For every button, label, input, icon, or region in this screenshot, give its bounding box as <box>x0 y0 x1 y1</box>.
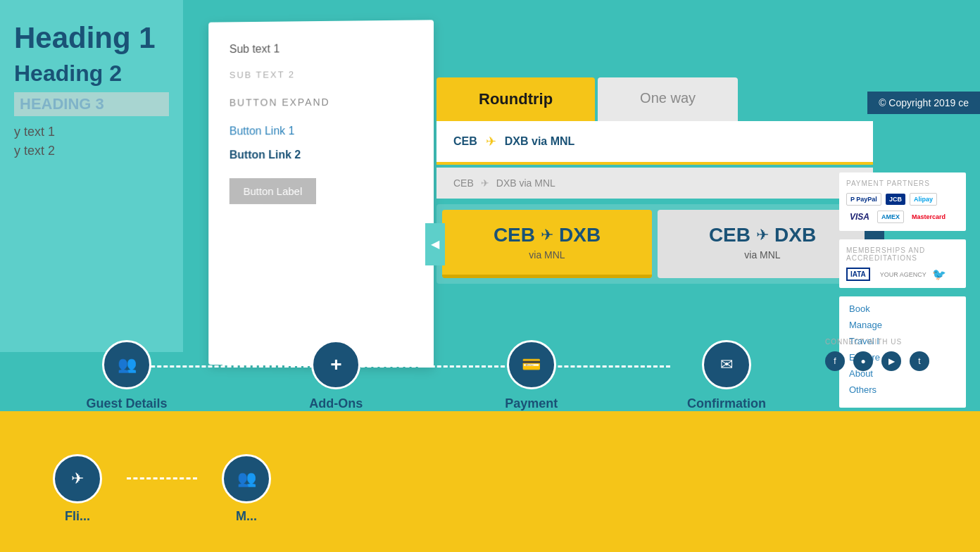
heading1: Heading 1 <box>14 21 169 55</box>
step-guest-bottom: 👥 M... <box>197 454 296 524</box>
sub-text1: Sub text 1 <box>230 42 413 56</box>
left-panel: Heading 1 Heading 2 HEADING 3 y text 1 y… <box>0 0 183 352</box>
button-expand-label: BUTTON EXPAND <box>230 96 413 108</box>
addons-circle: + <box>311 340 360 389</box>
card1-from: CEB <box>494 224 535 246</box>
nav-others[interactable]: Others <box>849 384 956 395</box>
memberships-section: MEMBERSHIPS AND ACCREDITATIONS IATA YOUR… <box>839 239 966 288</box>
confirmation-label: Confirmation <box>687 396 766 411</box>
slider-left-arrow[interactable]: ◀ <box>425 223 445 265</box>
bottom-dashed-line <box>127 477 197 479</box>
nav-book[interactable]: Book <box>849 303 956 314</box>
card1-to: DXB <box>559 224 601 246</box>
payment-label: Payment <box>505 396 558 411</box>
step-flight: ✈ Fli... <box>28 454 127 524</box>
guest-details-circle: 👥 <box>102 340 151 389</box>
heading3: HEADING 3 <box>14 92 169 116</box>
nav-manage[interactable]: Manage <box>849 320 956 330</box>
flight-card-1[interactable]: CEB ✈ DXB via MNL <box>442 210 652 278</box>
bottom-stepper: ✈ Fli... 👥 M... <box>28 454 296 524</box>
primary-to-via: DXB via MNL <box>505 135 575 148</box>
youtube-icon[interactable]: ▶ <box>881 351 901 371</box>
payment-partners-section: PAYMENT PARTNERS P PayPal JCB Alipay VIS… <box>839 172 966 231</box>
button-label[interactable]: Button Label <box>230 178 316 204</box>
social-icons-row: f ● ▶ t <box>825 351 952 371</box>
flight-panel: Roundtrip One way CEB ✈ DXB via MNL CEB … <box>436 77 873 284</box>
flight-label: Fli... <box>65 509 90 524</box>
plane-icon-secondary: ✈ <box>481 177 489 189</box>
card1-plane-icon: ✈ <box>541 226 553 244</box>
card2-from: CEB <box>709 224 750 246</box>
secondary-route-bar: CEB ✈ DXB via MNL <box>436 168 873 199</box>
visa-logo: VISA <box>846 210 873 224</box>
card2-plane-icon: ✈ <box>756 226 769 244</box>
flight-card-container: ◀ CEB ✈ DXB via MNL CEB ✈ DXB via MNL ▶ <box>436 204 873 284</box>
mastercard-logo: Mastercard <box>908 211 949 222</box>
white-card: Sub text 1 SUB TEXT 2 BUTTON EXPAND Butt… <box>208 20 434 367</box>
your-agency-logo: YOUR AGENCY <box>880 271 926 278</box>
guest-details-label: Guest Details <box>86 396 167 411</box>
heading2: Heading 2 <box>14 61 169 87</box>
bird-icon: 🐦 <box>932 268 946 281</box>
amex-logo: AMEX <box>877 211 904 223</box>
flight-circle: ✈ <box>53 454 102 503</box>
secondary-from: CEB <box>453 177 474 189</box>
guest-label-bottom: M... <box>236 509 257 524</box>
card1-via: via MNL <box>462 249 632 261</box>
guest-circle-bottom: 👥 <box>222 454 271 503</box>
iata-logo: IATA <box>846 268 870 281</box>
connect-title: CONNECT WITH US <box>825 338 952 346</box>
addons-label: Add-Ons <box>309 396 363 411</box>
primary-from: CEB <box>453 135 477 148</box>
alipay-logo: Alipay <box>910 193 937 206</box>
plane-icon-primary: ✈ <box>486 134 496 149</box>
secondary-to-via: DXB via MNL <box>496 177 555 189</box>
tab-oneway[interactable]: One way <box>598 77 738 121</box>
flight-card-2[interactable]: CEB ✈ DXB via MNL <box>658 210 867 278</box>
button-link2[interactable]: Button Link 2 <box>230 149 413 162</box>
trip-tabs: Roundtrip One way <box>436 77 873 121</box>
card2-route: CEB ✈ DXB <box>677 224 848 246</box>
jcb-logo: JCB <box>886 194 905 205</box>
sub-text2: SUB TEXT 2 <box>230 68 413 80</box>
primary-route-bar: CEB ✈ DXB via MNL <box>436 121 873 165</box>
step-confirmation: ✉ Confirmation <box>670 340 783 411</box>
step-addons: + Add-Ons <box>279 340 392 411</box>
stepper-row: 👥 Guest Details + Add-Ons 💳 Payment ✉ Co… <box>56 340 783 411</box>
tab-roundtrip[interactable]: Roundtrip <box>436 77 595 121</box>
step-payment: 💳 Payment <box>475 340 588 411</box>
instagram-icon[interactable]: ● <box>853 351 873 371</box>
connect-section: CONNECT WITH US f ● ▶ t <box>825 338 952 371</box>
memberships-title: MEMBERSHIPS AND ACCREDITATIONS <box>846 246 959 262</box>
card2-to: DXB <box>774 224 816 246</box>
right-sidebar: PAYMENT PARTNERS P PayPal JCB Alipay VIS… <box>839 172 966 413</box>
payment-logos: P PayPal JCB Alipay VISA AMEX Mastercard <box>846 193 959 224</box>
stepper-area: 👥 Guest Details + Add-Ons 💳 Payment ✉ Co… <box>0 340 839 411</box>
step-guest-details: 👥 Guest Details <box>56 340 197 411</box>
copyright-text: © Copyright 2019 ce <box>867 92 980 114</box>
body-text2: y text 2 <box>14 144 169 158</box>
twitter-icon[interactable]: t <box>910 351 929 371</box>
button-link1[interactable]: Button Link 1 <box>230 124 413 137</box>
card2-via: via MNL <box>677 249 848 261</box>
membership-logos: IATA YOUR AGENCY 🐦 <box>846 268 959 281</box>
payment-partners-title: PAYMENT PARTNERS <box>846 180 959 187</box>
card1-route: CEB ✈ DXB <box>462 224 632 246</box>
body-text1: y text 1 <box>14 125 169 139</box>
payment-circle: 💳 <box>507 340 556 389</box>
paypal-logo: P PayPal <box>846 193 881 206</box>
confirmation-circle: ✉ <box>702 340 751 389</box>
